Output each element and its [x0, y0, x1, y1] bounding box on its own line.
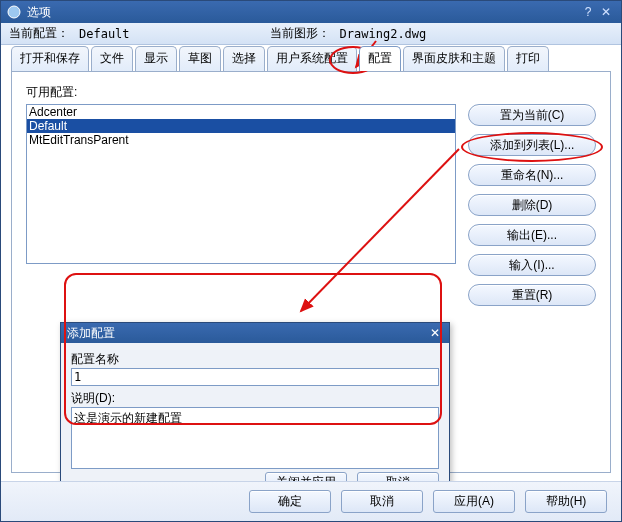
- rename-button[interactable]: 重命名(N)...: [468, 164, 596, 186]
- svg-point-0: [8, 6, 20, 18]
- list-item[interactable]: Adcenter: [27, 105, 455, 119]
- profile-buttons: 置为当前(C) 添加到列表(L)... 重命名(N)... 删除(D) 输出(E…: [468, 104, 596, 306]
- window-title: 选项: [27, 4, 579, 21]
- export-button[interactable]: 输出(E)...: [468, 224, 596, 246]
- tab-files[interactable]: 文件: [91, 46, 133, 71]
- delete-button[interactable]: 删除(D): [468, 194, 596, 216]
- profiles-listbox[interactable]: Adcenter Default MtEditTransParent: [26, 104, 456, 264]
- current-drawing-value: Drawing2.dwg: [340, 27, 427, 41]
- context-row: 当前配置： Default 当前图形： Drawing2.dwg: [1, 23, 621, 45]
- profile-desc-input[interactable]: [71, 407, 439, 469]
- current-config-label: 当前配置：: [9, 25, 69, 42]
- tab-skin-theme[interactable]: 界面皮肤和主题: [403, 46, 505, 71]
- dialog-footer: 确定 取消 应用(A) 帮助(H): [1, 481, 621, 521]
- titlebar: 选项 ? ✕: [1, 1, 621, 23]
- tab-user-prefs[interactable]: 用户系统配置: [267, 46, 357, 71]
- modal-title: 添加配置: [67, 325, 427, 342]
- modal-titlebar: 添加配置 ✕: [61, 323, 449, 343]
- set-current-button[interactable]: 置为当前(C): [468, 104, 596, 126]
- ok-button[interactable]: 确定: [249, 490, 331, 513]
- profile-name-input[interactable]: [71, 368, 439, 386]
- current-drawing-label: 当前图形：: [270, 25, 330, 42]
- list-item[interactable]: Default: [27, 119, 455, 133]
- app-icon: [7, 5, 21, 19]
- tab-print[interactable]: 打印: [507, 46, 549, 71]
- modal-close-icon[interactable]: ✕: [427, 326, 443, 340]
- tab-panel: 可用配置: Adcenter Default MtEditTransParent…: [11, 71, 611, 473]
- list-item[interactable]: MtEditTransParent: [27, 133, 455, 147]
- tab-open-save[interactable]: 打开和保存: [11, 46, 89, 71]
- available-profiles-label: 可用配置:: [26, 84, 596, 101]
- tab-drafting[interactable]: 草图: [179, 46, 221, 71]
- close-icon[interactable]: ✕: [597, 5, 615, 19]
- tab-display[interactable]: 显示: [135, 46, 177, 71]
- profile-desc-label: 说明(D):: [71, 390, 439, 407]
- apply-button[interactable]: 应用(A): [433, 490, 515, 513]
- tab-bar: 打开和保存 文件 显示 草图 选择 用户系统配置 配置 界面皮肤和主题 打印: [1, 45, 621, 71]
- tab-selection[interactable]: 选择: [223, 46, 265, 71]
- cancel-button[interactable]: 取消: [341, 490, 423, 513]
- help-icon[interactable]: ?: [579, 5, 597, 19]
- options-dialog: 选项 ? ✕ 当前配置： Default 当前图形： Drawing2.dwg …: [0, 0, 622, 522]
- help-button[interactable]: 帮助(H): [525, 490, 607, 513]
- profile-name-label: 配置名称: [71, 351, 439, 368]
- current-config-value: Default: [79, 27, 130, 41]
- add-profile-dialog: 添加配置 ✕ 配置名称 说明(D): 关闭并应用 取消: [60, 322, 450, 502]
- import-button[interactable]: 输入(I)...: [468, 254, 596, 276]
- add-to-list-button[interactable]: 添加到列表(L)...: [468, 134, 596, 156]
- reset-button[interactable]: 重置(R): [468, 284, 596, 306]
- tab-profiles[interactable]: 配置: [359, 46, 401, 71]
